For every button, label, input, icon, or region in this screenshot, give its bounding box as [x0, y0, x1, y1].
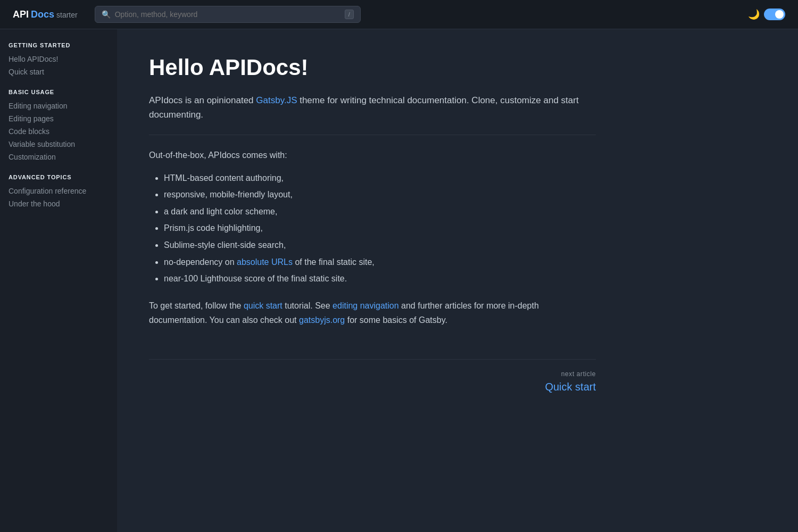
sidebar-link-1-4[interactable]: Customization: [9, 151, 109, 163]
search-bar[interactable]: 🔍 /: [95, 6, 361, 23]
feature-list-item: near-100 Lighthouse score of the final s…: [164, 272, 596, 286]
theme-toggle[interactable]: [764, 9, 785, 20]
gatsbyjs-link[interactable]: gatsbyjs.org: [299, 315, 345, 325]
sidebar-link-2-0[interactable]: Configuration reference: [9, 185, 109, 197]
sidebar-section-title-0: GETTING STARTED: [9, 42, 109, 48]
search-input[interactable]: [115, 10, 340, 19]
intro-paragraph: APIdocs is an opinionated Gatsby.JS them…: [149, 93, 596, 122]
sidebar-link-0-0[interactable]: Hello APIDocs!: [9, 53, 109, 65]
feature-list: HTML-based content authoring,responsive,…: [149, 171, 596, 286]
search-icon: 🔍: [102, 10, 111, 19]
comes-with-text: Out-of-the-box, APIdocs comes with:: [149, 148, 596, 162]
feature-list-item: HTML-based content authoring,: [164, 171, 596, 185]
editing-nav-link[interactable]: editing navigation: [332, 301, 399, 310]
article-footer: next article Quick start: [149, 359, 596, 393]
logo[interactable]: APIDocs starter: [13, 9, 78, 20]
moon-icon: 🌙: [748, 9, 760, 20]
logo-api-text: API: [13, 9, 29, 20]
sidebar-section-title-2: ADVANCED TOPICS: [9, 174, 109, 180]
sidebar-link-1-2[interactable]: Code blocks: [9, 125, 109, 138]
main-content: Hello APIDocs! APIdocs is an opinionated…: [117, 29, 628, 532]
quick-start-link[interactable]: quick start: [244, 301, 282, 310]
next-article-link[interactable]: Quick start: [545, 381, 596, 393]
logo-docs-text: Docs: [31, 9, 54, 20]
sidebar-link-0-1[interactable]: Quick start: [9, 65, 109, 78]
feature-list-item: Sublime-style client-side search,: [164, 238, 596, 252]
gatsby-link[interactable]: Gatsby.JS: [256, 95, 297, 105]
cta-part4: for some basics of Gatsby.: [345, 315, 447, 325]
search-shortcut-badge: /: [345, 10, 354, 19]
feature-list-item: no-dependency on absolute URLs of the fi…: [164, 255, 596, 269]
layout: GETTING STARTEDHello APIDocs!Quick start…: [0, 0, 798, 532]
sidebar-link-2-1[interactable]: Under the hood: [9, 197, 109, 210]
absolute-urls-link[interactable]: absolute URLs: [237, 257, 293, 267]
sidebar-section-title-1: BASIC USAGE: [9, 89, 109, 95]
header: APIDocs starter 🔍 / 🌙: [0, 0, 798, 29]
feature-list-item: a dark and light color scheme,: [164, 205, 596, 219]
cta-paragraph: To get started, follow the quick start t…: [149, 298, 596, 327]
logo-starter-text: starter: [56, 11, 78, 19]
sidebar-link-1-1[interactable]: Editing pages: [9, 112, 109, 125]
sidebar-link-1-3[interactable]: Variable substitution: [9, 138, 109, 151]
sidebar-link-1-0[interactable]: Editing navigation: [9, 99, 109, 112]
feature-list-item: Prism.js code highlighting,: [164, 221, 596, 235]
intro-text-part1: APIdocs is an opinionated: [149, 95, 256, 105]
feature-list-item: responsive, mobile-friendly layout,: [164, 188, 596, 202]
next-article-label: next article: [149, 370, 596, 378]
cta-part1: To get started, follow the: [149, 301, 244, 310]
page-title: Hello APIDocs!: [149, 55, 596, 80]
divider-top: [149, 135, 596, 135]
sidebar: GETTING STARTEDHello APIDocs!Quick start…: [0, 29, 117, 532]
header-right: 🌙: [748, 9, 785, 20]
cta-part2: tutorial. See: [282, 301, 332, 310]
